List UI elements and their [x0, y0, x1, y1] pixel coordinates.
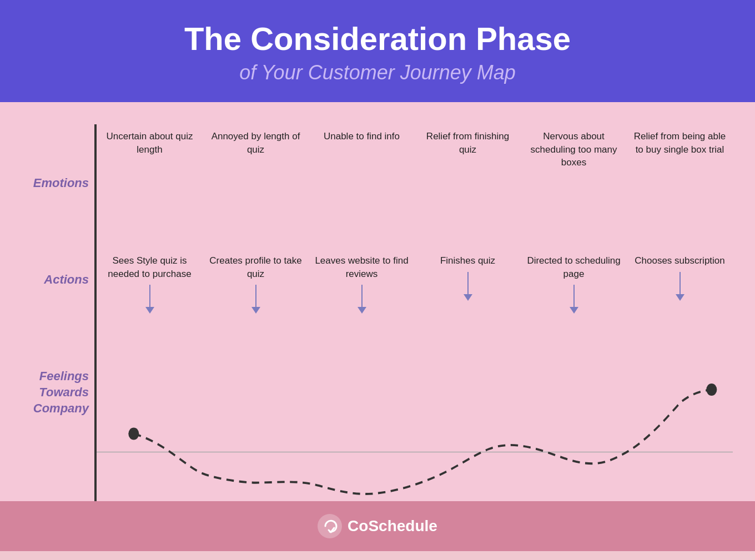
main-content: Emotions Actions FeelingsTowardsCompany …: [0, 102, 755, 501]
header: The Consideration Phase of Your Customer…: [0, 0, 755, 102]
emotion-4: Relief from finishing quiz: [415, 130, 521, 157]
arrow-head-2: [251, 307, 260, 314]
svg-point-1: [128, 427, 139, 440]
action-arrow-1: [100, 285, 199, 314]
emotion-3: Unable to find info: [309, 130, 415, 143]
svg-point-2: [706, 384, 717, 396]
action-arrow-4: [418, 272, 517, 301]
emotion-2: Annoyed by length of quiz: [203, 130, 309, 157]
arrow-line-5: [573, 285, 575, 307]
chart-area: Emotions Actions FeelingsTowardsCompany …: [22, 124, 733, 501]
page-title: The Consideration Phase: [11, 21, 744, 57]
action-arrow-2: [206, 285, 305, 314]
action-2: Creates profile to take quiz: [203, 254, 309, 314]
feelings-row: [97, 354, 733, 501]
arrow-line-2: [255, 285, 256, 307]
arrow-head-3: [358, 307, 366, 314]
emotions-row: Uncertain about quiz length Annoyed by l…: [97, 124, 733, 249]
arrow-head-6: [676, 294, 684, 301]
y-axis-labels: Emotions Actions FeelingsTowardsCompany: [22, 124, 94, 501]
chart-body: Uncertain about quiz length Annoyed by l…: [94, 124, 733, 501]
action-3: Leaves website to find reviews: [309, 254, 415, 314]
actions-row: Sees Style quiz is needed to purchase Cr…: [97, 249, 733, 354]
action-arrow-3: [312, 285, 411, 314]
arrow-line-6: [680, 272, 681, 294]
svg-point-3: [318, 514, 342, 538]
action-4: Finishes quiz: [415, 254, 521, 301]
arrow-line-4: [467, 272, 469, 294]
action-5: Directed to scheduling page: [521, 254, 627, 314]
action-1: Sees Style quiz is needed to purchase: [97, 254, 203, 314]
arrow-head-1: [145, 307, 154, 314]
coschedule-icon: [318, 514, 342, 538]
action-arrow-5: [524, 285, 623, 314]
arrow-head-5: [570, 307, 578, 314]
page-subtitle: of Your Customer Journey Map: [11, 61, 744, 84]
emotions-label: Emotions: [22, 175, 89, 191]
action-6: Chooses subscription: [627, 254, 733, 301]
arrow-line-1: [149, 285, 150, 307]
actions-label: Actions: [22, 272, 89, 288]
footer: CoSchedule: [0, 501, 755, 551]
arrow-head-4: [464, 294, 472, 301]
journey-chart: [97, 354, 733, 501]
arrow-line-3: [361, 285, 363, 307]
brand-name: CoSchedule: [348, 517, 437, 535]
emotion-6: Relief from being able to buy single box…: [627, 130, 733, 157]
emotion-1: Uncertain about quiz length: [97, 130, 203, 157]
feelings-label: FeelingsTowardsCompany: [22, 369, 89, 416]
emotion-5: Nervous about scheduling too many boxes: [521, 130, 627, 169]
action-arrow-6: [630, 272, 729, 301]
brand-logo: CoSchedule: [318, 514, 437, 538]
